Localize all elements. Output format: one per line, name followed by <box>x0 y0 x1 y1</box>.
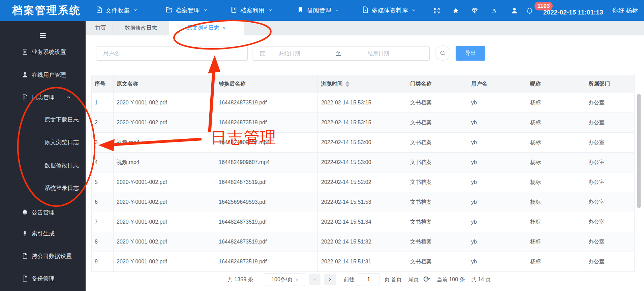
cell-no: 2 <box>92 113 114 133</box>
top-nav-item-5[interactable]: 多媒体资料库 <box>362 0 416 21</box>
table-row[interactable]: 82020-Y-0001-002.pdf1644824873519.pdf202… <box>92 232 635 252</box>
cell-time: 2022-02-14 15:53:15 <box>318 93 406 113</box>
start-date-placeholder[interactable]: 开始日期 <box>266 46 313 60</box>
cell-username: yb <box>467 153 526 172</box>
export-button[interactable]: 导出 <box>456 46 485 61</box>
cell-no: 8 <box>92 232 114 252</box>
cell-no: 3 <box>92 133 114 153</box>
table-row[interactable]: 3视频.mp41644824909607.mp42022-02-14 15:53… <box>92 133 635 153</box>
cell-username: yb <box>467 172 526 192</box>
sidebar-item-系统登录日志[interactable]: 系统登录日志 <box>0 181 86 195</box>
cell-nickname: 杨标 <box>526 153 584 172</box>
sidebar-item-在线用户管理[interactable]: 在线用户管理 <box>0 68 86 82</box>
table-row[interactable]: 12020-Y-0001-002.pdf1644824873519.pdf202… <box>92 93 635 113</box>
close-icon[interactable]: × <box>223 25 226 32</box>
column-header-转换后名称: 转换后名称 <box>214 75 318 93</box>
sidebar-item-业务系统设置[interactable]: 业务系统设置 <box>0 45 86 59</box>
username-search-input[interactable] <box>96 46 248 61</box>
prev-page-button[interactable]: ‹ <box>309 274 320 285</box>
cell-nickname: 杨标 <box>526 252 584 272</box>
bookmark-icon <box>297 6 304 15</box>
chevron-down-icon <box>411 7 416 14</box>
cell-original: 视频.mp4 <box>114 153 214 172</box>
font-size-icon[interactable]: A <box>491 0 498 21</box>
cell-time: 2022-02-14 15:53:00 <box>318 153 406 172</box>
browse-log-table: 序号原文名称转换后名称浏览时间门类名称用户名昵称所属部门 12020-Y-000… <box>91 75 635 272</box>
chevron-down-icon <box>132 7 138 14</box>
sidebar-item-跨公司数据设置[interactable]: 跨公司数据设置 <box>0 249 86 263</box>
sidebar-item-label: 备份管理 <box>32 275 55 283</box>
table-row[interactable]: 92020-Y-0001-002.pdf1644824873519.pdf202… <box>92 252 635 272</box>
top-nav-label: 档案管理 <box>176 6 200 14</box>
sidebar: 业务系统设置在线用户管理日志管理原文下载日志原文浏览日志数据修改日志系统登录日志… <box>0 21 86 291</box>
search-icon <box>439 50 446 56</box>
cell-no: 9 <box>92 252 114 272</box>
cell-original: 2020-Y-0001-002.pdf <box>114 252 214 272</box>
table-row[interactable]: 62020-Y-0001-002.pdf1642569649593.pdf202… <box>92 192 635 212</box>
sidebar-item-label: 日志管理 <box>32 94 55 101</box>
top-nav-item-1[interactable]: 文件收集 <box>95 0 138 21</box>
file-icon <box>22 275 28 282</box>
end-date-placeholder[interactable]: 结束日期 <box>355 46 402 60</box>
top-nav-item-4[interactable]: 借阅管理 <box>297 0 339 21</box>
cell-username: yb <box>467 252 526 272</box>
table-row[interactable]: 4视频.mp41644824909607.mp42022-02-14 15:53… <box>92 153 635 172</box>
first-page-button[interactable]: 首页 <box>391 272 402 287</box>
fullscreen-icon[interactable] <box>433 0 440 21</box>
date-range-picker[interactable]: 开始日期 至 结束日期 <box>252 46 430 61</box>
table-row[interactable]: 72020-Y-0001-002.pdf1644824873519.pdf202… <box>92 212 635 232</box>
sidebar-item-label: 公告管理 <box>32 208 55 216</box>
chevron-down-icon <box>203 7 208 14</box>
tab-首页[interactable]: 首页 <box>89 21 113 35</box>
gem-icon[interactable] <box>471 0 478 21</box>
table-row[interactable]: 52020-Y-0001-002.pdf1644824873519.pdf202… <box>92 172 635 192</box>
last-page-button[interactable]: 尾页 <box>408 272 419 287</box>
cell-time: 2022-02-14 15:51:53 <box>318 192 406 212</box>
top-nav-item-2[interactable]: 档案管理 <box>165 0 208 21</box>
cell-original: 2020-Y-0001-002.pdf <box>114 192 214 212</box>
column-header-浏览时间[interactable]: 浏览时间 <box>318 75 406 93</box>
top-nav-item-3[interactable]: 档案利用 <box>230 0 273 21</box>
sidebar-item-原文下载日志[interactable]: 原文下载日志 <box>0 113 86 126</box>
cell-nickname: 杨标 <box>526 192 584 212</box>
sidebar-item-label: 索引生成 <box>32 230 55 237</box>
tab-数据修改日志[interactable]: 数据修改日志 <box>113 21 169 35</box>
next-page-button[interactable]: › <box>324 274 336 285</box>
column-header-门类名称: 门类名称 <box>406 75 467 93</box>
sidebar-collapse-button[interactable] <box>0 31 86 41</box>
page-unit-label: 页 <box>384 272 390 287</box>
refresh-icon[interactable]: ⟳ <box>423 272 430 287</box>
table-row[interactable]: 22020-Y-0001-002.pdf1644824873519.pdf202… <box>92 113 635 133</box>
sidebar-item-原文浏览日志[interactable]: 原文浏览日志 <box>0 135 86 149</box>
sort-icon[interactable] <box>345 81 349 87</box>
table-header: 序号原文名称转换后名称浏览时间门类名称用户名昵称所属部门 <box>92 75 635 93</box>
cell-time: 2022-02-14 15:53:00 <box>318 133 406 153</box>
sidebar-item-备份管理[interactable]: 备份管理 <box>0 272 86 285</box>
sidebar-item-日志管理[interactable]: 日志管理 <box>0 91 86 104</box>
vertical-scrollbar[interactable] <box>637 94 641 208</box>
page-number-input[interactable] <box>358 273 379 286</box>
archive-management-app: 档案管理系统 文件收集档案管理档案利用借阅管理多媒体资料库 A 1103 202… <box>0 0 644 291</box>
column-header-用户名: 用户名 <box>467 75 526 93</box>
cell-original: 2020-Y-0001-002.pdf <box>114 172 214 192</box>
sidebar-item-数据修改日志[interactable]: 数据修改日志 <box>0 159 86 172</box>
user-icon[interactable] <box>511 0 518 21</box>
star-icon[interactable] <box>452 0 459 21</box>
pagination-bar: 共 1359 条 100条/页 ∨ ‹ › 前往 页 首页 尾页 ⟳ 当前 10… <box>222 272 509 287</box>
bell-icon[interactable] <box>526 0 533 21</box>
cell-time: 2022-02-14 15:52:02 <box>318 172 406 192</box>
sidebar-item-公告管理[interactable]: 公告管理 <box>0 205 86 219</box>
cell-category: 文书档案 <box>406 212 467 232</box>
tab-原文浏览日志[interactable]: 原文浏览日志× <box>169 21 244 35</box>
tree-icon <box>22 230 28 237</box>
search-button[interactable] <box>435 45 450 61</box>
pdf-file-icon <box>95 6 103 15</box>
sidebar-item-索引生成[interactable]: 索引生成 <box>0 227 86 240</box>
cell-no: 6 <box>92 192 114 212</box>
file-settings-icon <box>22 48 28 55</box>
calendar-icon <box>259 50 266 58</box>
sidebar-item-label: 业务系统设置 <box>32 48 66 56</box>
goto-label: 前往 <box>344 272 355 287</box>
page-size-select[interactable]: 100条/页 ∨ <box>265 273 305 286</box>
cell-converted: 1644824873519.pdf <box>214 172 318 192</box>
